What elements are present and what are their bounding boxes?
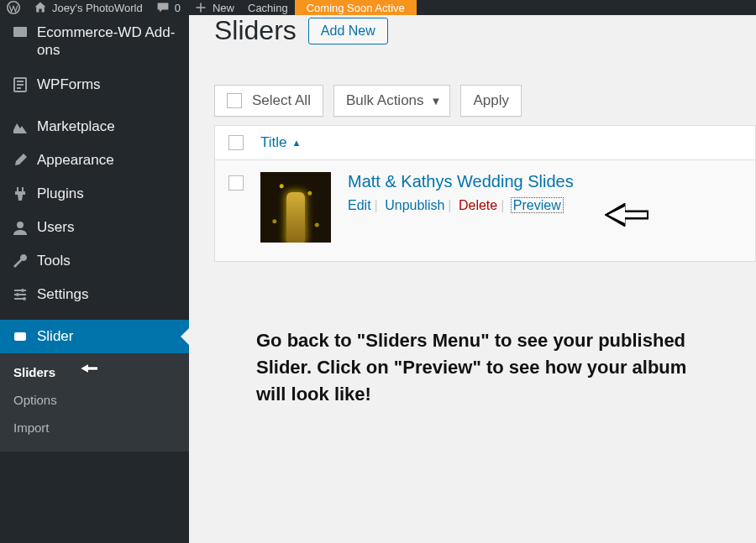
sidebar-item-label: Ecommerce-WD Add-ons [37,23,177,60]
preview-link[interactable]: Preview [512,198,563,212]
sidebar-item-label: Users [37,219,74,236]
svg-point-3 [17,222,24,228]
select-all-box[interactable]: Select All [214,85,323,117]
submenu-options[interactable]: Options [0,386,189,414]
submenu-import[interactable]: Import [0,414,189,441]
sidebar-item-plugins[interactable]: Plugins [0,177,189,211]
slider-submenu: Sliders Options Import [0,353,189,452]
caching-link[interactable]: Caching [241,0,295,15]
submenu-label: Options [13,393,57,407]
sidebar-item-appearance[interactable]: Appearance [0,144,189,177]
annotation-arrow-icon [81,360,97,377]
edit-link[interactable]: Edit [348,198,371,212]
submenu-label: Import [13,420,50,435]
marketplace-icon [12,118,29,135]
home-icon [34,1,47,14]
comments-count: 0 [175,2,181,14]
svg-rect-7 [14,332,26,341]
table-row: Matt & Kathys Wedding Slides Edit| Unpub… [214,160,756,262]
sidebar-item-label: WPForms [37,76,101,93]
sidebar-item-users[interactable]: Users [0,211,189,244]
svg-point-6 [23,297,26,300]
sliders-icon [12,286,29,303]
site-link[interactable]: Joey's PhotoWorld [27,0,150,15]
sidebar-item-label: Tools [37,253,71,269]
new-link[interactable]: New [187,0,241,15]
row-thumbnail[interactable] [260,172,331,243]
caching-label: Caching [248,2,288,14]
sidebar-item-settings[interactable]: Settings [0,278,189,311]
sidebar-item-marketplace[interactable]: Marketplace [0,110,189,144]
sort-asc-icon: ▲ [292,138,302,148]
list-header: Title ▲ [214,125,756,160]
sidebar-item-label: Marketplace [37,118,115,135]
page-title: Sliders [214,15,297,46]
brush-icon [12,152,29,169]
instruction-text: Go back to "Sliders Menu" to see your pu… [256,327,693,408]
select-all-label: Select All [252,92,311,109]
chevron-down-icon: ▼ [431,95,442,107]
new-label: New [213,2,234,14]
main-content: Sliders Add New Select All Bulk Actions … [189,15,756,543]
site-name: Joey's PhotoWorld [52,2,143,14]
plugin-icon [12,185,29,202]
form-icon [12,76,29,93]
coming-soon-badge[interactable]: Coming Soon Active [295,0,417,15]
sidebar-item-label: Settings [37,286,88,303]
comments-link[interactable]: 0 [150,0,187,15]
submenu-sliders[interactable]: Sliders [0,358,189,386]
add-new-button[interactable]: Add New [308,18,388,44]
sidebar-item-label: Plugins [37,185,84,202]
column-title[interactable]: Title ▲ [260,134,301,151]
wrench-icon [12,253,29,269]
delete-link[interactable]: Delete [459,198,497,212]
svg-point-5 [16,293,19,296]
wp-logo[interactable] [0,0,27,15]
header-checkbox[interactable] [228,135,244,150]
submenu-label: Sliders [13,365,55,379]
page-header: Sliders Add New [214,15,756,46]
sidebar-item-label: Appearance [37,152,114,169]
slider-icon [12,328,29,345]
sidebar-item-wpforms[interactable]: WPForms [0,68,189,102]
annotation-arrow-icon [605,203,648,227]
wordpress-icon [7,1,20,14]
sidebar-item-ecommerce-wd[interactable]: Ecommerce-WD Add-ons [0,15,189,68]
sidebar-item-slider[interactable]: Slider [0,320,189,353]
row-checkbox[interactable] [228,175,244,191]
row-meta: Matt & Kathys Wedding Slides Edit| Unpub… [348,172,574,213]
unpublish-link[interactable]: Unpublish [385,198,444,212]
ecommerce-icon [12,23,29,40]
plus-icon [194,1,207,14]
bulk-actions-select[interactable]: Bulk Actions ▼ [333,85,450,117]
apply-button[interactable]: Apply [460,85,522,117]
column-title-label: Title [260,134,287,151]
admin-sidebar: Ecommerce-WD Add-ons WPForms Marketplace… [0,0,189,543]
sidebar-item-label: Slider [37,328,73,345]
apply-label: Apply [473,92,509,109]
sidebar-item-tools[interactable]: Tools [0,244,189,278]
user-icon [12,219,29,236]
row-actions: Edit| Unpublish| Delete| Preview [348,198,574,213]
svg-rect-1 [13,27,27,37]
row-title-link[interactable]: Matt & Kathys Wedding Slides [348,172,574,191]
select-all-checkbox[interactable] [227,93,242,108]
bulk-toolbar: Select All Bulk Actions ▼ Apply [214,85,756,117]
admin-bar: Joey's PhotoWorld 0 New Caching Coming S… [0,0,756,15]
comment-icon [156,1,170,14]
coming-soon-label: Coming Soon Active [307,2,405,14]
svg-point-4 [21,289,24,292]
bulk-actions-label: Bulk Actions [346,92,424,109]
